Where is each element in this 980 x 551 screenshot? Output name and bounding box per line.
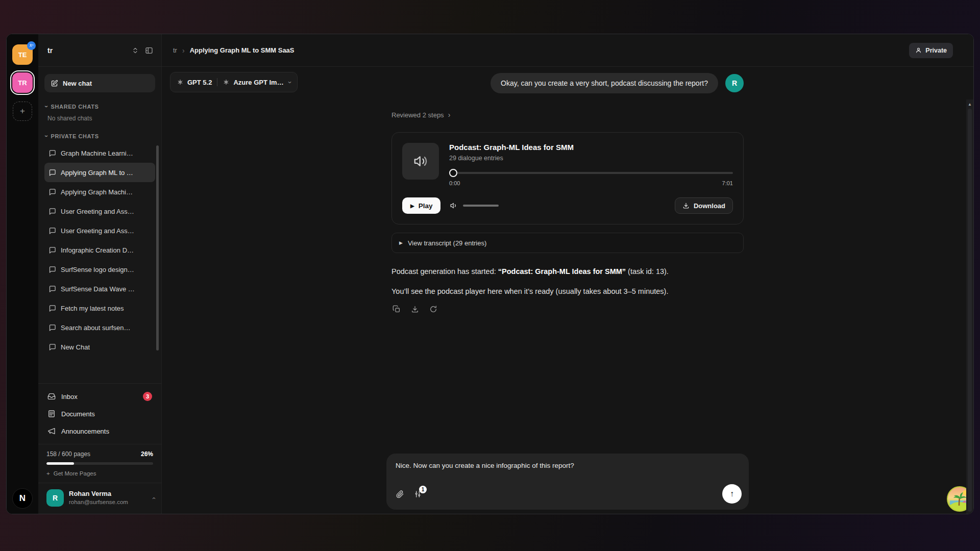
usage-pages-text: 158 / 600 pages: [46, 450, 90, 458]
chevron-down-icon: ›: [43, 106, 50, 108]
message-square-icon: [48, 149, 56, 157]
workspace-title: tr: [47, 46, 127, 55]
message-input[interactable]: Nice. Now can you create a nice infograp…: [396, 462, 740, 482]
chat-list-item[interactable]: Graph Machine Learni…: [44, 143, 155, 163]
model-primary-label: GPT 5.2: [187, 79, 212, 86]
podcast-seek-slider[interactable]: [449, 169, 733, 177]
workspace-avatar-tr-active[interactable]: TR: [12, 72, 33, 93]
chat-item-label: Search about surfsen…: [61, 324, 131, 332]
reviewed-steps-toggle[interactable]: Reviewed 2 steps ›: [391, 111, 744, 119]
private-chats-section-header[interactable]: › PRIVATE CHATS: [45, 133, 153, 139]
inbox-label: Inbox: [61, 393, 78, 400]
podcast-total-time: 7:01: [722, 180, 733, 186]
status-suffix: (task id: 13).: [626, 267, 669, 276]
status-podcast-name: “Podcast: Graph-ML Ideas for SMM”: [498, 267, 626, 276]
play-button[interactable]: ▶ Play: [402, 197, 440, 214]
download-button[interactable]: Download: [675, 197, 733, 214]
chevron-down-icon: ›: [286, 81, 293, 83]
chat-list-item[interactable]: User Greeting and Ass…: [44, 221, 155, 240]
message-square-icon: [48, 246, 56, 254]
message-square-icon: [48, 324, 56, 332]
chat-list-item[interactable]: SurfSense logo design…: [44, 260, 155, 279]
chat-list-item[interactable]: Infographic Creation D…: [44, 240, 155, 260]
model-secondary[interactable]: Azure GPT Im…: [223, 79, 283, 86]
chat-list-scrollbar[interactable]: [156, 145, 159, 350]
brand-logo[interactable]: N: [12, 488, 33, 509]
chat-list-item[interactable]: Fetch my latest notes: [44, 298, 155, 318]
send-button[interactable]: ↑: [722, 484, 742, 504]
chevron-right-icon: ›: [448, 111, 451, 119]
add-workspace-button[interactable]: +: [13, 102, 32, 121]
copy-button[interactable]: [391, 304, 402, 314]
message-square-icon: [48, 208, 56, 215]
reviewed-steps-label: Reviewed 2 steps: [391, 111, 444, 119]
chat-item-label: Infographic Creation D…: [61, 246, 134, 254]
user-name: Rohan Verma: [69, 490, 128, 498]
shared-chats-empty-text: No shared chats: [47, 115, 153, 122]
view-transcript-toggle[interactable]: ▶ View transcript (29 entries): [391, 233, 744, 253]
regenerate-button[interactable]: [428, 304, 438, 314]
privacy-toggle-button[interactable]: Private: [909, 43, 953, 58]
chat-item-label: Graph Machine Learni…: [61, 149, 133, 157]
documents-icon: [47, 410, 56, 418]
sidebar-item-documents[interactable]: Documents: [38, 405, 161, 422]
user-message-avatar: R: [725, 74, 744, 92]
workspace-avatar-te[interactable]: TE: [12, 44, 33, 65]
user-initial: R: [53, 494, 58, 502]
main-scrollbar[interactable]: ▲: [966, 99, 973, 514]
model-secondary-label: Azure GPT Im…: [233, 79, 283, 86]
chat-list-item[interactable]: SurfSense Data Wave …: [44, 279, 155, 298]
seek-knob[interactable]: [449, 169, 457, 177]
private-label: Private: [925, 47, 947, 54]
get-more-pages-button[interactable]: + Get More Pages: [46, 470, 96, 477]
chat-item-label: Applying Graph ML to …: [61, 169, 133, 177]
private-chats-label: PRIVATE CHATS: [51, 133, 99, 139]
chat-list-item[interactable]: User Greeting and Ass…: [44, 202, 155, 221]
podcast-eta-text: You’ll see the podcast player here when …: [391, 286, 744, 297]
download-message-button[interactable]: [410, 304, 420, 314]
sidebar-nav: Inbox 3 Documents Announcements: [38, 384, 161, 444]
podcast-status-text: Podcast generation has started: “Podcast…: [391, 266, 744, 277]
app-window: TE TR + N tr New chat: [6, 34, 974, 514]
new-chat-icon: [51, 80, 58, 87]
chevron-down-icon: ›: [43, 135, 50, 138]
podcast-title: Podcast: Graph-ML Ideas for SMM: [449, 143, 733, 152]
chat-list-item-active[interactable]: Applying Graph ML to …: [44, 163, 155, 182]
chat-list-item[interactable]: New Chat: [44, 337, 155, 357]
copy-icon: [393, 305, 401, 313]
shared-chats-section-header[interactable]: › SHARED CHATS: [45, 104, 153, 110]
user-profile-row[interactable]: R Rohan Verma rohan@surfsense.com ›: [38, 483, 161, 514]
podcast-player-card: Podcast: Graph-ML Ideas for SMM 29 dialo…: [391, 132, 744, 224]
announcements-label: Announcements: [61, 428, 109, 435]
volume-slider[interactable]: [463, 205, 499, 207]
breadcrumb-workspace[interactable]: tr: [173, 46, 177, 54]
workspace-switcher-button[interactable]: [131, 46, 140, 55]
chat-item-label: SurfSense Data Wave …: [61, 285, 135, 293]
workspace-rail: TE TR + N: [7, 34, 38, 514]
attach-file-button[interactable]: [396, 490, 404, 498]
chat-content: GPT 5.2 Azure GPT Im… › Okay, can you cr…: [162, 67, 973, 514]
people-badge-icon: [27, 41, 36, 50]
new-chat-button[interactable]: New chat: [44, 74, 155, 92]
caret-right-icon: ▶: [399, 240, 403, 245]
model-selector[interactable]: GPT 5.2 Azure GPT Im… ›: [170, 72, 298, 92]
scrollbar-thumb[interactable]: [968, 109, 972, 512]
volume-icon[interactable]: [450, 202, 458, 210]
chat-list-item[interactable]: Search about surfsen…: [44, 318, 155, 337]
connectors-button[interactable]: 1: [413, 490, 422, 498]
scrollbar-up-arrow[interactable]: ▲: [968, 102, 972, 107]
chat-list-item[interactable]: Applying Graph Machi…: [44, 182, 155, 202]
model-primary[interactable]: GPT 5.2: [177, 79, 212, 86]
sidebar-item-inbox[interactable]: Inbox 3: [38, 388, 161, 405]
main-area: tr › Applying Graph ML to SMM SaaS Priva…: [162, 34, 973, 514]
sidebar-item-announcements[interactable]: Announcements: [38, 422, 161, 440]
send-arrow-icon: ↑: [730, 489, 734, 498]
plus-icon: +: [20, 106, 25, 116]
user-message-row: Okay, can you create a very short, podca…: [391, 73, 744, 93]
chevron-up-icon: ›: [149, 497, 157, 499]
get-more-pages-label: Get More Pages: [54, 470, 96, 477]
plus-icon: +: [46, 470, 50, 477]
view-transcript-label: View transcript (29 entries): [408, 239, 486, 247]
sidebar: tr New chat › SHARED CHATS No shared cha…: [38, 34, 162, 514]
collapse-sidebar-icon[interactable]: [144, 45, 154, 56]
